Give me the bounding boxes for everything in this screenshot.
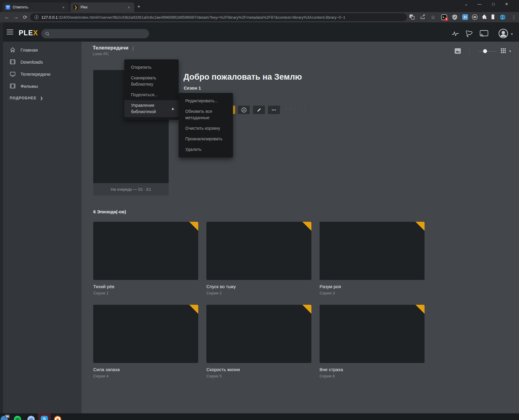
back-button[interactable]: ← bbox=[2, 14, 11, 20]
account-caret-icon[interactable]: ▼ bbox=[511, 33, 513, 36]
episode-thumbnail[interactable] bbox=[206, 305, 311, 363]
tv-icon bbox=[10, 71, 16, 77]
browser-menu-kebab-icon[interactable]: ⋮ bbox=[511, 14, 517, 21]
forward-button[interactable]: → bbox=[11, 14, 21, 20]
submenu-item-analyze[interactable]: Проанализировать bbox=[179, 134, 233, 144]
episode-title[interactable]: Вне страха bbox=[320, 367, 425, 372]
manage-library-submenu: Редактировать... Обновить все метаданные… bbox=[179, 93, 233, 158]
activity-icon[interactable] bbox=[451, 30, 459, 38]
sidepanel-icon[interactable] bbox=[491, 14, 498, 21]
mark-watched-button[interactable] bbox=[238, 106, 250, 114]
shield-extension-icon[interactable] bbox=[452, 14, 459, 21]
extensions-puzzle-icon[interactable] bbox=[482, 14, 488, 21]
episode-card[interactable]: Вне страха Серия 6 bbox=[320, 305, 425, 378]
settings-wrench-icon[interactable] bbox=[465, 30, 473, 38]
episode-subtitle: Серия 3 bbox=[320, 291, 425, 295]
window-minimize-button[interactable]: — bbox=[476, 2, 483, 6]
extension-badge: 1 bbox=[445, 18, 448, 21]
window-close-button[interactable]: ✕ bbox=[503, 2, 511, 6]
site-info-icon[interactable]: i bbox=[34, 15, 39, 19]
window-left-edge bbox=[0, 22, 3, 420]
address-bar[interactable]: i 127.0.0.1:32400/web/index.html#!/serve… bbox=[30, 13, 407, 21]
window-menu-icon[interactable]: ⌄ bbox=[462, 2, 470, 6]
sidebar-item-movies[interactable]: Фильмы bbox=[3, 80, 81, 92]
library-kebab-menu-button[interactable]: ⋮ bbox=[131, 47, 134, 49]
episode-subtitle: Серия 4 bbox=[93, 374, 198, 378]
sidebar-item-tv-shows[interactable]: Телепередачи bbox=[3, 68, 81, 80]
spotify-icon[interactable] bbox=[14, 416, 21, 420]
sidebar-item-home[interactable]: Главная bbox=[3, 44, 81, 56]
avatar[interactable] bbox=[498, 29, 506, 37]
cast-icon[interactable] bbox=[480, 30, 488, 38]
episode-thumbnail[interactable] bbox=[93, 222, 198, 280]
plex-logo[interactable]: PLEX bbox=[19, 29, 38, 37]
next-up-label[interactable]: На очереди — S1 · E1 bbox=[93, 183, 169, 196]
episode-thumbnail[interactable] bbox=[93, 305, 198, 363]
episode-card[interactable]: Сила запаха Серия 4 bbox=[93, 305, 198, 378]
tab-close-icon[interactable]: × bbox=[126, 5, 131, 10]
fi-extension-icon[interactable]: FI bbox=[462, 14, 469, 21]
tab-otvetit[interactable]: WEBOS Ответить × bbox=[2, 2, 69, 12]
episode-title[interactable]: Разум роя bbox=[320, 284, 425, 289]
translate-icon[interactable]: a bbox=[409, 14, 416, 21]
pencil-icon bbox=[257, 108, 261, 112]
browser-tab-strip: WEBOS Ответить × ❯ Plex × + ⌄ — □ ✕ bbox=[0, 0, 519, 12]
taskbar-count-badge: 36 bbox=[5, 415, 10, 418]
svg-text:a: a bbox=[410, 15, 412, 18]
film-icon bbox=[10, 59, 16, 65]
episode-card[interactable]: Тихий рёв Серия 1 bbox=[93, 222, 198, 295]
skype-icon[interactable]: S bbox=[41, 416, 48, 420]
submenu-item-edit[interactable]: Редактировать... bbox=[179, 96, 233, 106]
robot-extension-icon[interactable] bbox=[472, 14, 479, 21]
server-name: Loner-PC bbox=[93, 52, 109, 56]
menu-item-unpin[interactable]: Открепить bbox=[124, 62, 179, 73]
season-label: Сезон 1 bbox=[184, 85, 201, 91]
tab-close-icon[interactable]: × bbox=[61, 5, 66, 10]
episode-thumbnail[interactable] bbox=[320, 305, 425, 363]
episode-title[interactable]: Сила запаха bbox=[93, 367, 198, 372]
size-slider-track[interactable] bbox=[479, 51, 497, 52]
episode-title[interactable]: Спуск во тьму bbox=[206, 284, 311, 289]
globe-extension-icon[interactable] bbox=[500, 14, 506, 21]
unwatched-badge bbox=[416, 305, 425, 314]
episode-thumbnail[interactable] bbox=[206, 222, 311, 280]
taskbar-profile-icon[interactable] bbox=[54, 416, 61, 420]
more-actions-button[interactable]: ••• bbox=[268, 106, 280, 114]
home-icon bbox=[10, 47, 16, 53]
rating-dots[interactable] bbox=[285, 109, 305, 110]
episode-subtitle: Серия 1 bbox=[93, 291, 198, 295]
menu-item-scan-library[interactable]: Сканировать библиотеку bbox=[124, 73, 179, 90]
episode-card[interactable]: Разум роя Серия 3 bbox=[320, 222, 425, 295]
submenu-item-empty-trash[interactable]: Очистить корзину bbox=[179, 123, 233, 134]
context-menu: Открепить Сканировать библиотеку Поделит… bbox=[124, 59, 179, 120]
grid-view-icon[interactable] bbox=[501, 48, 506, 54]
new-tab-button[interactable]: + bbox=[137, 4, 140, 10]
reload-button[interactable]: ⟳ bbox=[21, 14, 30, 21]
episode-title[interactable]: Скорость жизни bbox=[206, 367, 311, 372]
tab-title: Plex bbox=[81, 5, 124, 9]
bookmark-star-icon[interactable]: ☆ bbox=[430, 14, 436, 21]
edit-button[interactable] bbox=[253, 106, 265, 114]
sidebar-item-downloads[interactable]: Downloads bbox=[3, 56, 81, 68]
hamburger-menu-icon[interactable] bbox=[7, 30, 13, 34]
submenu-item-refresh-metadata[interactable]: Обновить все метаданные bbox=[179, 106, 233, 123]
menu-item-manage-library[interactable]: Управление библиотекой ▶ bbox=[124, 100, 179, 117]
menu-item-share[interactable]: Поделиться... bbox=[124, 90, 179, 100]
view-caret-icon[interactable]: ▼ bbox=[509, 50, 511, 53]
unwatched-badge bbox=[302, 222, 311, 231]
share-icon[interactable] bbox=[420, 14, 427, 21]
episode-thumbnail[interactable] bbox=[320, 222, 425, 280]
episode-title[interactable]: Тихий рёв bbox=[93, 284, 198, 289]
tab-plex[interactable]: ❯ Plex × bbox=[70, 2, 134, 12]
size-slider-thumb[interactable] bbox=[483, 49, 487, 53]
poster-view-icon[interactable] bbox=[454, 48, 461, 54]
plex-favicon: ❯ bbox=[73, 5, 78, 10]
search-input[interactable] bbox=[41, 29, 149, 38]
episode-subtitle: Серия 5 bbox=[206, 374, 311, 378]
submenu-item-delete[interactable]: Удалить bbox=[179, 144, 233, 155]
episode-card[interactable]: Спуск во тьму Серия 2 bbox=[206, 222, 311, 295]
episode-card[interactable]: Скорость жизни Серия 5 bbox=[206, 305, 311, 378]
window-maximize-button[interactable]: □ bbox=[489, 2, 497, 6]
windows-taskbar bbox=[0, 413, 519, 420]
sidebar-more-button[interactable]: ПОДРОБНЕЕ ❯ bbox=[10, 96, 43, 100]
